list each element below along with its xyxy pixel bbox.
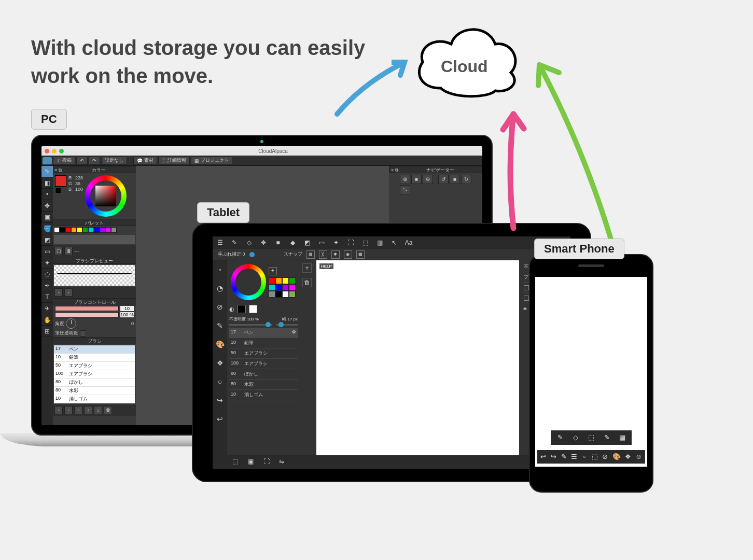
tablet-canvas[interactable]: HELP (316, 260, 519, 469)
t-menu-icon[interactable]: ☰ (216, 239, 224, 247)
ph-sel2-icon[interactable]: ⬚ (592, 453, 598, 461)
palette-swatches[interactable] (53, 226, 136, 234)
t-snap-5[interactable]: ▩ (356, 250, 365, 259)
t-divide-icon[interactable]: ▥ (375, 239, 384, 247)
opacity-slider[interactable] (55, 312, 119, 317)
palette-trash-icon[interactable]: 🗑 (64, 247, 73, 255)
t-snap-2[interactable]: ╳ (319, 250, 327, 259)
t-brush-delete[interactable]: 🗑 (302, 278, 312, 287)
tool-bucket[interactable]: 🪣 (41, 223, 53, 234)
color-wheel[interactable] (85, 175, 127, 217)
redo-button[interactable]: ↷ (89, 157, 100, 165)
ph-eraser-icon[interactable]: ◇ (571, 433, 580, 442)
t-draft-check[interactable] (524, 296, 529, 301)
tool-brush[interactable]: ✎ (41, 166, 53, 177)
t-pen-icon[interactable]: ✎ (230, 239, 239, 247)
background-swatch[interactable] (55, 188, 61, 194)
t-snap-3[interactable]: ✱ (331, 250, 340, 259)
t-snap-1[interactable]: ▦ (306, 250, 315, 259)
ph-grid-icon[interactable]: ▦ (618, 433, 626, 442)
nav-rotate-l[interactable]: ↺ (438, 175, 449, 184)
tool-dot[interactable]: • (41, 189, 53, 200)
t-palette[interactable] (269, 277, 298, 298)
ph-select-icon[interactable]: ⬚ (587, 433, 595, 442)
nav-zoom-out[interactable]: ⊖ (423, 175, 433, 184)
brush-new-icon[interactable]: ▫ (54, 406, 63, 414)
ph-pen-icon[interactable]: ✎ (556, 433, 564, 442)
t-move-icon[interactable]: ✥ (259, 239, 268, 247)
angle-knob[interactable] (66, 318, 76, 329)
t-wand-icon[interactable]: ✦ (332, 239, 340, 247)
palette-doc-icon[interactable]: ▢ (54, 247, 63, 255)
size-value[interactable]: 10 (120, 306, 134, 311)
brushprev-ico-1[interactable]: ▫ (54, 288, 63, 297)
t-brush-list[interactable]: 17ペン✿ 10鉛筆 50エアブラシ 100エアブラシ 80ぼかし 80水彩 1… (229, 328, 298, 400)
tool-wand[interactable]: ✦ (41, 257, 53, 269)
eye-icon[interactable]: 👁 (523, 306, 529, 313)
t-text-icon[interactable]: Aa (405, 239, 413, 247)
brush-up-icon[interactable]: ↑ (84, 406, 92, 414)
tool-eyedrop[interactable]: ✈ (41, 303, 53, 314)
ts-doc[interactable]: ▫ (215, 265, 225, 275)
ts-brush[interactable]: ✎ (215, 321, 225, 331)
t-fill-icon[interactable]: ■ (274, 239, 282, 247)
tb-flip[interactable]: ⇋ (279, 458, 287, 466)
tb-select-none[interactable]: ⬚ (232, 458, 241, 466)
tool-hand[interactable]: ✋ (41, 314, 53, 326)
size-slider[interactable] (55, 306, 119, 311)
nav-fit[interactable]: ■ (411, 175, 422, 184)
tool-divider[interactable]: ⊞ (41, 326, 53, 337)
brush-trash-icon[interactable]: 🗑 (104, 406, 112, 414)
detail-button[interactable]: ≣ 詳細情報 (158, 157, 190, 165)
undo-button[interactable]: ↶ (76, 157, 88, 165)
ts-undo[interactable]: ↩ (215, 415, 225, 424)
nav-reset[interactable]: ■ (450, 175, 460, 184)
t-correction-dot[interactable] (249, 252, 255, 257)
brush-dup-icon[interactable]: ▫ (64, 406, 73, 414)
t-add-color[interactable]: + (269, 267, 277, 275)
nav-zoom-in[interactable]: ⊕ (400, 175, 410, 184)
tool-fill[interactable]: ▣ (41, 212, 53, 223)
help-badge[interactable]: HELP (319, 263, 333, 269)
nav-flip[interactable]: ⇋ (400, 185, 410, 194)
ts-ring[interactable]: ○ (215, 377, 225, 387)
ph-layers-icon[interactable]: ❖ (625, 453, 631, 461)
cloud-button[interactable] (43, 157, 52, 164)
foreground-swatch[interactable] (55, 175, 66, 187)
project-button[interactable]: ▦ プロジェクト (191, 157, 232, 165)
setting-none-button[interactable]: 設定なし (101, 157, 127, 165)
tool-gradient[interactable]: ◩ (41, 234, 53, 246)
ph-eyedrop-icon[interactable]: ✎ (603, 433, 611, 442)
t-fg-swatch[interactable] (238, 305, 246, 313)
material-button[interactable]: 💬 素材 (133, 157, 157, 165)
ph-doc-icon[interactable]: ▫ (581, 453, 588, 461)
phone-canvas[interactable]: ✎ ◇ ⬚ ✎ ▦ ↩ ↪ ✎ ☰ ▫ ⬚ ⊘ 🎨 ❖ ☺ (535, 277, 647, 467)
brushprev-ico-2[interactable]: ▫ (64, 288, 73, 297)
ph-menu-icon[interactable]: ☰ (571, 453, 577, 461)
ts-redo[interactable]: ↪ (215, 396, 225, 405)
nav-rotate-r[interactable]: ↻ (461, 175, 471, 184)
t-width-slider[interactable] (276, 324, 298, 326)
close-icon[interactable] (45, 149, 49, 153)
ph-undo-icon[interactable]: ↩ (540, 453, 547, 461)
t-transform-icon[interactable]: ⬚ (361, 239, 369, 247)
t-color-wheel[interactable] (231, 264, 266, 300)
brush-folder-icon[interactable]: ▫ (74, 406, 82, 414)
ph-none-icon[interactable]: ⊘ (602, 453, 608, 461)
opacity-value[interactable]: 100 % (120, 312, 134, 317)
t-fgbg-icon[interactable]: ◐ (229, 306, 234, 313)
post-button[interactable]: ⇪ 投稿 (53, 157, 75, 165)
brush-list[interactable]: 17ペン 10鉛筆 50エアブラシ 100エアブラシ 80ぼかし 80水彩 10… (54, 345, 135, 403)
t-eraser-icon[interactable]: ◇ (245, 239, 253, 247)
ts-color[interactable]: ◔ (215, 284, 225, 293)
t-gradient-icon[interactable]: ◩ (303, 239, 311, 247)
t-pointer-icon[interactable]: ↖ (390, 239, 398, 247)
ph-redo-icon[interactable]: ↪ (551, 453, 557, 461)
ph-brush-icon[interactable]: ✎ (561, 453, 567, 461)
tool-text[interactable]: T (41, 291, 53, 303)
tool-pen[interactable]: ✒ (41, 280, 53, 291)
t-bg-swatch[interactable] (249, 305, 257, 313)
t-bucket-icon[interactable]: ◆ (288, 239, 297, 247)
t-select-icon[interactable]: ▭ (317, 239, 326, 247)
ts-layers[interactable]: ❖ (215, 359, 225, 368)
